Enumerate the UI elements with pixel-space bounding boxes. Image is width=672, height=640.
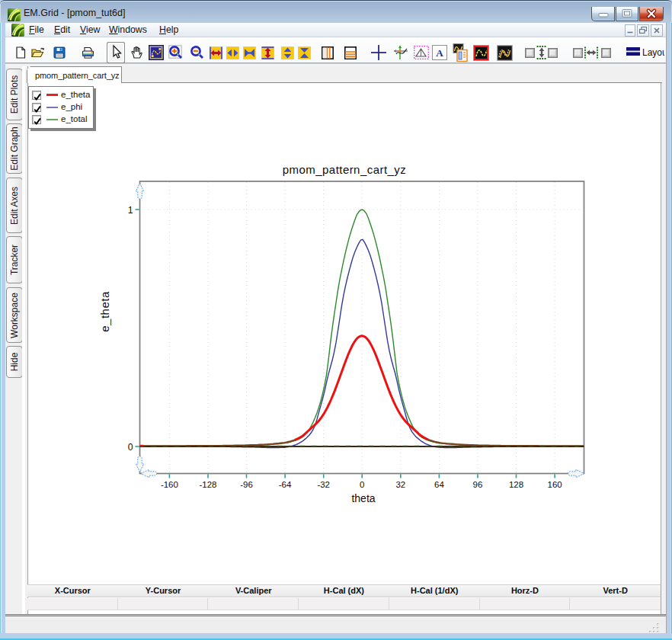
svg-text:-128: -128 xyxy=(199,480,216,489)
svg-text:160: 160 xyxy=(548,480,562,489)
svg-text:-160: -160 xyxy=(161,480,178,489)
svg-text:1: 1 xyxy=(128,205,133,216)
svg-text:0: 0 xyxy=(128,442,133,453)
svg-text:96: 96 xyxy=(473,480,483,489)
svg-text:-32: -32 xyxy=(317,480,330,489)
svg-text:pmom_pattern_cart_yz: pmom_pattern_cart_yz xyxy=(283,163,406,176)
svg-text:A: A xyxy=(436,47,443,59)
svg-text:64: 64 xyxy=(434,480,444,489)
svg-text:0: 0 xyxy=(360,480,364,489)
svg-text:128: 128 xyxy=(509,480,523,489)
svg-text:32: 32 xyxy=(395,480,405,489)
svg-text:theta: theta xyxy=(351,492,375,504)
svg-text:-64: -64 xyxy=(279,480,292,489)
svg-text:-96: -96 xyxy=(240,480,253,489)
svg-text:e_theta: e_theta xyxy=(98,291,111,332)
